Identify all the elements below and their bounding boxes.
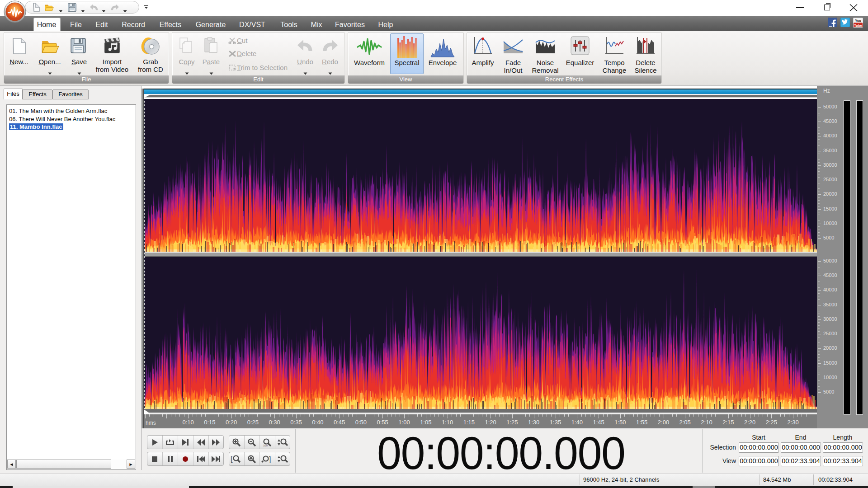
svg-text:You: You: [855, 19, 861, 23]
svg-text:]: ]: [269, 455, 271, 463]
svg-text:[: [: [231, 455, 233, 463]
svg-text:100: 100: [263, 444, 268, 447]
svg-text:Tube: Tube: [854, 23, 862, 28]
